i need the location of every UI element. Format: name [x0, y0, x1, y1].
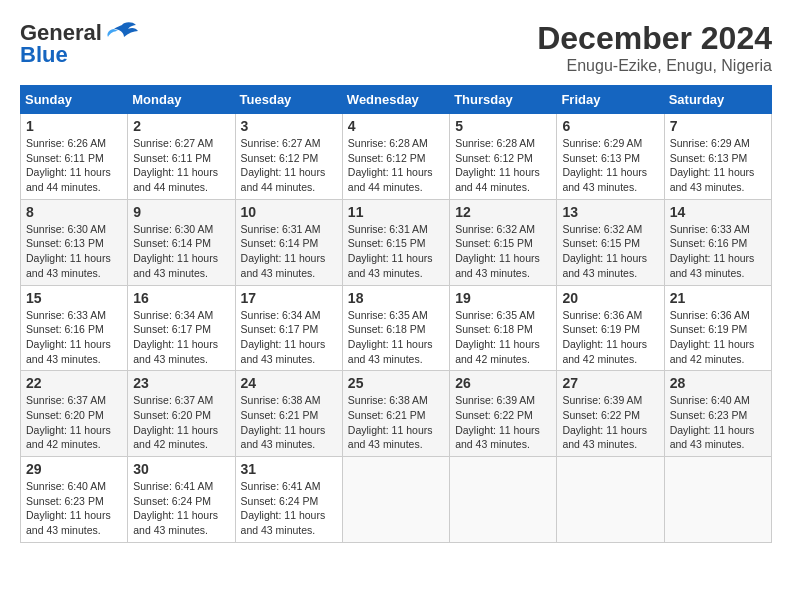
table-row: 23Sunrise: 6:37 AMSunset: 6:20 PMDayligh…	[128, 371, 235, 457]
table-row: 6Sunrise: 6:29 AMSunset: 6:13 PMDaylight…	[557, 114, 664, 200]
day-number: 18	[348, 290, 444, 306]
sunset-info: Sunset: 6:12 PM	[348, 152, 426, 164]
sunset-info: Sunset: 6:22 PM	[562, 409, 640, 421]
sunset-info: Sunset: 6:22 PM	[455, 409, 533, 421]
page-title: December 2024	[537, 20, 772, 57]
day-info: Sunrise: 6:37 AMSunset: 6:20 PMDaylight:…	[133, 393, 229, 452]
table-row: 11Sunrise: 6:31 AMSunset: 6:15 PMDayligh…	[342, 199, 449, 285]
sunset-info: Sunset: 6:17 PM	[241, 323, 319, 335]
day-info: Sunrise: 6:34 AMSunset: 6:17 PMDaylight:…	[241, 308, 337, 367]
day-number: 1	[26, 118, 122, 134]
sunrise-info: Sunrise: 6:31 AM	[241, 223, 321, 235]
sunset-info: Sunset: 6:19 PM	[670, 323, 748, 335]
sunset-info: Sunset: 6:20 PM	[26, 409, 104, 421]
sunrise-info: Sunrise: 6:30 AM	[133, 223, 213, 235]
col-thursday: Thursday	[450, 86, 557, 114]
sunset-info: Sunset: 6:23 PM	[670, 409, 748, 421]
daylight-info: Daylight: 11 hours and 43 minutes.	[133, 338, 218, 365]
sunrise-info: Sunrise: 6:33 AM	[26, 309, 106, 321]
sunset-info: Sunset: 6:23 PM	[26, 495, 104, 507]
daylight-info: Daylight: 11 hours and 43 minutes.	[562, 252, 647, 279]
day-number: 22	[26, 375, 122, 391]
sunset-info: Sunset: 6:11 PM	[133, 152, 211, 164]
day-info: Sunrise: 6:36 AMSunset: 6:19 PMDaylight:…	[562, 308, 658, 367]
day-info: Sunrise: 6:40 AMSunset: 6:23 PMDaylight:…	[670, 393, 766, 452]
table-row: 22Sunrise: 6:37 AMSunset: 6:20 PMDayligh…	[21, 371, 128, 457]
sunrise-info: Sunrise: 6:27 AM	[241, 137, 321, 149]
daylight-info: Daylight: 11 hours and 43 minutes.	[133, 252, 218, 279]
day-info: Sunrise: 6:30 AMSunset: 6:13 PMDaylight:…	[26, 222, 122, 281]
table-row: 24Sunrise: 6:38 AMSunset: 6:21 PMDayligh…	[235, 371, 342, 457]
sunset-info: Sunset: 6:21 PM	[348, 409, 426, 421]
day-number: 25	[348, 375, 444, 391]
day-info: Sunrise: 6:39 AMSunset: 6:22 PMDaylight:…	[455, 393, 551, 452]
table-row	[450, 457, 557, 543]
sunset-info: Sunset: 6:14 PM	[241, 237, 319, 249]
sunset-info: Sunset: 6:17 PM	[133, 323, 211, 335]
calendar-week-5: 29Sunrise: 6:40 AMSunset: 6:23 PMDayligh…	[21, 457, 772, 543]
table-row: 12Sunrise: 6:32 AMSunset: 6:15 PMDayligh…	[450, 199, 557, 285]
sunrise-info: Sunrise: 6:29 AM	[562, 137, 642, 149]
sunset-info: Sunset: 6:13 PM	[670, 152, 748, 164]
day-info: Sunrise: 6:33 AMSunset: 6:16 PMDaylight:…	[670, 222, 766, 281]
title-section: December 2024 Enugu-Ezike, Enugu, Nigeri…	[537, 20, 772, 75]
day-info: Sunrise: 6:41 AMSunset: 6:24 PMDaylight:…	[133, 479, 229, 538]
daylight-info: Daylight: 11 hours and 43 minutes.	[562, 424, 647, 451]
day-number: 7	[670, 118, 766, 134]
daylight-info: Daylight: 11 hours and 42 minutes.	[133, 424, 218, 451]
sunrise-info: Sunrise: 6:33 AM	[670, 223, 750, 235]
daylight-info: Daylight: 11 hours and 43 minutes.	[133, 509, 218, 536]
sunset-info: Sunset: 6:15 PM	[455, 237, 533, 249]
day-info: Sunrise: 6:31 AMSunset: 6:15 PMDaylight:…	[348, 222, 444, 281]
daylight-info: Daylight: 11 hours and 42 minutes.	[26, 424, 111, 451]
day-info: Sunrise: 6:27 AMSunset: 6:11 PMDaylight:…	[133, 136, 229, 195]
day-number: 9	[133, 204, 229, 220]
sunrise-info: Sunrise: 6:32 AM	[562, 223, 642, 235]
day-info: Sunrise: 6:30 AMSunset: 6:14 PMDaylight:…	[133, 222, 229, 281]
day-number: 30	[133, 461, 229, 477]
daylight-info: Daylight: 11 hours and 43 minutes.	[26, 509, 111, 536]
daylight-info: Daylight: 11 hours and 43 minutes.	[670, 252, 755, 279]
sunrise-info: Sunrise: 6:37 AM	[26, 394, 106, 406]
sunrise-info: Sunrise: 6:38 AM	[348, 394, 428, 406]
sunset-info: Sunset: 6:14 PM	[133, 237, 211, 249]
sunset-info: Sunset: 6:16 PM	[26, 323, 104, 335]
sunset-info: Sunset: 6:15 PM	[562, 237, 640, 249]
day-info: Sunrise: 6:39 AMSunset: 6:22 PMDaylight:…	[562, 393, 658, 452]
col-tuesday: Tuesday	[235, 86, 342, 114]
col-wednesday: Wednesday	[342, 86, 449, 114]
sunrise-info: Sunrise: 6:28 AM	[348, 137, 428, 149]
calendar-week-1: 1Sunrise: 6:26 AMSunset: 6:11 PMDaylight…	[21, 114, 772, 200]
sunrise-info: Sunrise: 6:35 AM	[455, 309, 535, 321]
daylight-info: Daylight: 11 hours and 43 minutes.	[241, 509, 326, 536]
day-number: 8	[26, 204, 122, 220]
day-number: 5	[455, 118, 551, 134]
daylight-info: Daylight: 11 hours and 44 minutes.	[348, 166, 433, 193]
sunrise-info: Sunrise: 6:41 AM	[133, 480, 213, 492]
page-subtitle: Enugu-Ezike, Enugu, Nigeria	[537, 57, 772, 75]
sunset-info: Sunset: 6:18 PM	[455, 323, 533, 335]
day-info: Sunrise: 6:35 AMSunset: 6:18 PMDaylight:…	[348, 308, 444, 367]
table-row: 28Sunrise: 6:40 AMSunset: 6:23 PMDayligh…	[664, 371, 771, 457]
day-number: 13	[562, 204, 658, 220]
day-number: 2	[133, 118, 229, 134]
day-number: 17	[241, 290, 337, 306]
daylight-info: Daylight: 11 hours and 44 minutes.	[133, 166, 218, 193]
day-number: 26	[455, 375, 551, 391]
day-info: Sunrise: 6:28 AMSunset: 6:12 PMDaylight:…	[348, 136, 444, 195]
day-number: 23	[133, 375, 229, 391]
table-row: 31Sunrise: 6:41 AMSunset: 6:24 PMDayligh…	[235, 457, 342, 543]
sunrise-info: Sunrise: 6:35 AM	[348, 309, 428, 321]
table-row: 14Sunrise: 6:33 AMSunset: 6:16 PMDayligh…	[664, 199, 771, 285]
day-info: Sunrise: 6:26 AMSunset: 6:11 PMDaylight:…	[26, 136, 122, 195]
sunrise-info: Sunrise: 6:32 AM	[455, 223, 535, 235]
sunrise-info: Sunrise: 6:39 AM	[455, 394, 535, 406]
day-number: 3	[241, 118, 337, 134]
sunrise-info: Sunrise: 6:41 AM	[241, 480, 321, 492]
table-row: 19Sunrise: 6:35 AMSunset: 6:18 PMDayligh…	[450, 285, 557, 371]
day-info: Sunrise: 6:36 AMSunset: 6:19 PMDaylight:…	[670, 308, 766, 367]
day-number: 6	[562, 118, 658, 134]
table-row: 8Sunrise: 6:30 AMSunset: 6:13 PMDaylight…	[21, 199, 128, 285]
sunset-info: Sunset: 6:24 PM	[133, 495, 211, 507]
calendar-week-2: 8Sunrise: 6:30 AMSunset: 6:13 PMDaylight…	[21, 199, 772, 285]
